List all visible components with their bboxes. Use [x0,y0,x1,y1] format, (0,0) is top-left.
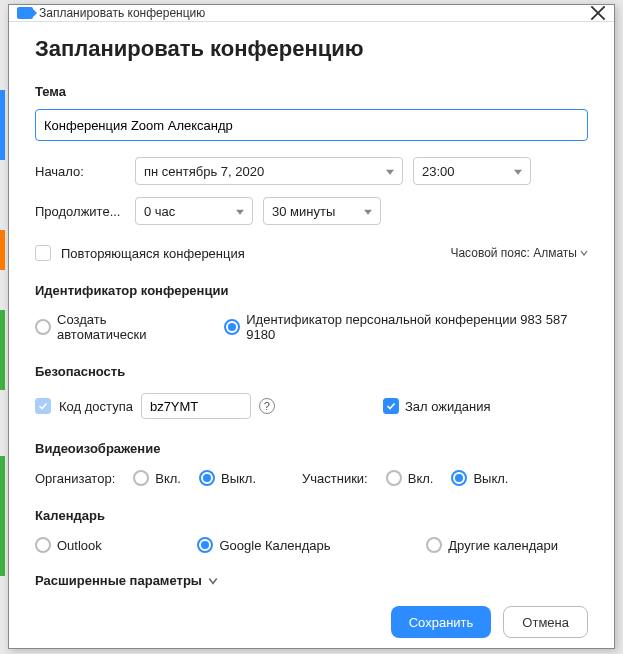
participants-video-on[interactable]: Вкл. [386,470,434,486]
titlebar: Запланировать конференцию [9,5,614,22]
radio-selected-icon [199,470,215,486]
timezone-link[interactable]: Часовой пояс: Алматы [450,246,588,260]
access-code-checkbox[interactable] [35,398,51,414]
calendar-outlook-option[interactable]: Outlook [35,537,102,553]
zoom-logo-icon [17,7,33,19]
chevron-down-icon [208,576,218,586]
meeting-id-auto-option[interactable]: Создать автоматически [35,312,194,342]
radio-icon [426,537,442,553]
waiting-room-label: Зал ожидания [405,399,491,414]
radio-icon [35,319,51,335]
participants-video-off[interactable]: Выкл. [451,470,508,486]
radio-selected-icon [197,537,213,553]
meeting-id-label: Идентификатор конференции [35,283,588,298]
advanced-options-toggle[interactable]: Расширенные параметры [35,573,588,588]
meeting-id-auto-label: Создать автоматически [57,312,194,342]
radio-selected-icon [451,470,467,486]
recurring-checkbox[interactable] [35,245,51,261]
close-button[interactable] [590,5,606,21]
start-label: Начало: [35,164,125,179]
recurring-label: Повторяющаяся конференция [61,246,245,261]
topic-input[interactable] [35,109,588,141]
access-code-label: Код доступа [59,399,133,414]
timezone-label: Часовой пояс: Алматы [450,246,577,260]
calendar-google-option[interactable]: Google Календарь [197,537,330,553]
save-button[interactable]: Сохранить [391,606,492,638]
advanced-label: Расширенные параметры [35,573,202,588]
access-code-help[interactable]: ? [259,398,275,414]
waiting-room-option[interactable]: Зал ожидания [383,398,491,414]
video-label: Видеоизображение [35,441,588,456]
schedule-meeting-dialog: Запланировать конференцию Запланировать … [8,4,615,649]
duration-hours-select[interactable]: 0 час [135,197,253,225]
check-icon [386,401,396,411]
cancel-button[interactable]: Отмена [503,606,588,638]
radio-selected-icon [224,319,240,335]
calendar-other-option[interactable]: Другие календари [426,537,558,553]
check-icon [38,401,48,411]
security-label: Безопасность [35,364,588,379]
duration-minutes-select[interactable]: 30 минуты [263,197,381,225]
radio-icon [386,470,402,486]
radio-icon [35,537,51,553]
host-video-on[interactable]: Вкл. [133,470,181,486]
chevron-down-icon [580,249,588,257]
start-time-select[interactable]: 23:00 [413,157,531,185]
waiting-room-checkbox [383,398,399,414]
radio-icon [133,470,149,486]
meeting-id-personal-label: Идентификатор персональной конференции 9… [246,312,588,342]
calendar-label: Календарь [35,508,588,523]
duration-label: Продолжите... [35,204,125,219]
window-title: Запланировать конференцию [39,6,590,20]
video-participants-label: Участники: [302,471,368,486]
meeting-id-personal-option[interactable]: Идентификатор персональной конференции 9… [224,312,588,342]
topic-label: Тема [35,84,588,99]
access-code-input[interactable] [141,393,251,419]
host-video-off[interactable]: Выкл. [199,470,256,486]
start-date-select[interactable]: пн сентябрь 7, 2020 [135,157,403,185]
video-host-label: Организатор: [35,471,115,486]
close-icon [590,5,606,21]
page-title: Запланировать конференцию [35,36,588,62]
